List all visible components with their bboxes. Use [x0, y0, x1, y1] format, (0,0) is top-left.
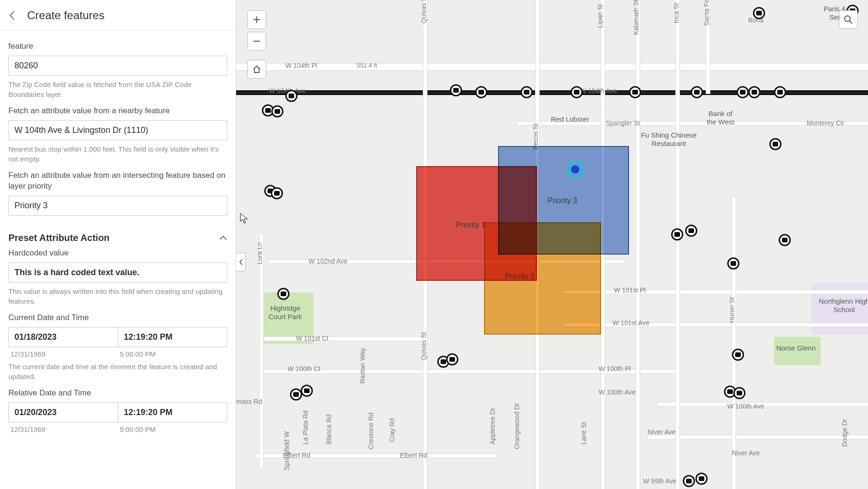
label-w101st-pl: W 101st Pl	[614, 286, 646, 294]
label-lane: Lane St	[580, 422, 587, 445]
zoom-in-button[interactable]	[247, 10, 266, 29]
bus-stop-icon[interactable]	[285, 90, 297, 102]
plus-icon	[253, 15, 261, 24]
zip-help-text: The Zip Code field value is fetched from…	[8, 80, 227, 99]
bus-stop-icon[interactable]	[446, 353, 458, 365]
bus-stop-icon[interactable]	[732, 349, 744, 361]
field-label-nearby: Fetch an attribute value from a nearby f…	[8, 106, 227, 117]
priority-2-label: Priority 2	[505, 272, 535, 281]
label-mass: mass Rd	[236, 398, 262, 405]
hardcoded-value-input[interactable]	[8, 263, 227, 283]
label-santafe: Santa Fe Dr	[703, 0, 710, 26]
label-kalamath: Kalamath St	[632, 0, 640, 35]
label-w100th-ct: W 100th Ct	[288, 365, 320, 372]
poi-red-lobster: Red Lobster	[551, 115, 589, 124]
road-w101st-ave	[564, 323, 868, 327]
road-huron	[732, 197, 736, 489]
current-date-ghost: 12/31/1969	[8, 350, 118, 358]
intersect-priority-input[interactable]	[8, 196, 227, 216]
poi-norse-glenn: Norse Glenn	[776, 344, 816, 352]
priority-3-label: Priority 3	[548, 197, 577, 205]
preset-section-header[interactable]: Preset Attribute Action	[8, 233, 227, 243]
label-quivas2: Quivas St	[420, 332, 427, 360]
label-springfield: Springfield W	[283, 431, 290, 470]
road-w104th-ave-main	[236, 91, 868, 94]
panel-title: Create features	[27, 9, 104, 22]
back-button[interactable]	[4, 7, 21, 24]
bus-stop-icon[interactable]	[733, 387, 745, 399]
label-orangewood: Orangewood Dr	[513, 403, 521, 449]
bus-stop-icon[interactable]	[691, 86, 703, 98]
current-dt-help-text: The current date and time at the moment …	[8, 362, 227, 381]
create-features-panel: Create features feature The Zip Code fie…	[0, 0, 236, 489]
chevron-left-icon	[239, 258, 243, 266]
bus-stop-icon[interactable]	[271, 105, 283, 117]
poi-fu-shing: Fu Shing Chinese Restaurant	[638, 131, 699, 148]
label-cray: Cray Rd	[388, 418, 396, 442]
preset-section-title: Preset Attribute Action	[8, 233, 109, 243]
field-label-hardcoded: Hardcoded value	[8, 248, 227, 259]
bus-stop-icon[interactable]	[774, 86, 786, 98]
road-lura	[260, 234, 263, 468]
label-w100th-ave: W 100th Ave	[599, 388, 636, 396]
road-w101st-pl	[564, 290, 868, 294]
map-view[interactable]: W 104th Pl W 104th Ave W 104th Ave 551.4…	[236, 0, 868, 489]
panel-toggle-button[interactable]	[236, 253, 246, 271]
label-laplata: La Plata Rd	[302, 410, 309, 445]
label-w104th-pl: W 104th Pl	[285, 62, 317, 69]
label-crestone: Crestone Rd	[367, 412, 375, 449]
bus-stop-icon[interactable]	[695, 473, 708, 485]
bus-stop-icon[interactable]	[521, 86, 533, 98]
home-extent-button[interactable]	[247, 60, 266, 79]
bus-stop-icon[interactable]	[769, 138, 781, 150]
bus-stop-icon[interactable]	[671, 228, 683, 241]
bus-stop-icon[interactable]	[685, 225, 697, 237]
bus-stop-icon[interactable]	[277, 288, 289, 300]
bus-stop-icon[interactable]	[571, 86, 583, 98]
chevron-left-icon	[9, 10, 15, 21]
search-button[interactable]	[839, 10, 858, 29]
label-w100th-pl: W 100th Pl	[599, 365, 630, 372]
label-lipan: Lipan St	[596, 4, 604, 28]
bus-stop-icon[interactable]	[475, 86, 487, 98]
bus-stop-icon[interactable]	[450, 84, 462, 96]
panel-body[interactable]: feature The Zip Code field value is fetc…	[0, 31, 236, 489]
minus-icon	[253, 37, 261, 45]
zip-code-input[interactable]	[8, 56, 227, 76]
bus-stop-icon[interactable]	[748, 86, 760, 98]
bus-stop-icon[interactable]	[301, 385, 313, 397]
bus-stop-icon[interactable]	[683, 475, 695, 487]
poi-bank-west: Bank of the West	[703, 109, 738, 126]
relative-dt-ghost: 12/31/1969 5:00:00 PM	[8, 425, 227, 433]
bus-stop-icon[interactable]	[753, 7, 765, 19]
map-canvas[interactable]: W 104th Pl W 104th Ave W 104th Ave 551.4…	[236, 0, 868, 489]
bus-stop-icon[interactable]	[271, 187, 283, 199]
poi-highridge: Highridge Court Park	[264, 304, 306, 321]
relative-date-input[interactable]	[8, 402, 118, 423]
bus-stop-icon[interactable]	[727, 257, 739, 270]
active-location-marker[interactable]	[567, 161, 583, 177]
label-niver: Niver Ave	[648, 428, 676, 436]
label-spangler: Spangler St	[606, 119, 640, 127]
bus-stop-icon[interactable]	[629, 86, 641, 98]
relative-date-ghost: 12/31/1969	[8, 425, 118, 433]
field-label-zip-partial: feature	[8, 41, 227, 52]
road-inca	[676, 0, 680, 489]
relative-time-input[interactable]	[118, 402, 227, 423]
nearby-feature-input[interactable]	[8, 120, 227, 140]
bus-stop-icon[interactable]	[779, 234, 791, 246]
search-icon	[844, 15, 853, 24]
zoom-out-button[interactable]	[247, 32, 266, 51]
hardcoded-help-text: This value is always written into this f…	[8, 286, 227, 306]
road-niver	[648, 435, 868, 439]
poi-northglenn-hs: Northglenn High School	[818, 297, 868, 314]
label-inca: Inca St	[673, 3, 680, 23]
svg-point-0	[845, 16, 850, 22]
label-quivas: Quivas St	[420, 0, 427, 23]
bus-stop-icon[interactable]	[737, 86, 749, 98]
current-date-input[interactable]	[8, 327, 118, 347]
label-w104th-ave2: W 104th Ave	[580, 87, 617, 95]
nearby-help-text: Nearest bus stop within 1,000 feet. This…	[8, 144, 227, 164]
label-w100th-ave2: W 100th Ave	[727, 402, 764, 410]
current-time-input[interactable]	[118, 327, 227, 347]
